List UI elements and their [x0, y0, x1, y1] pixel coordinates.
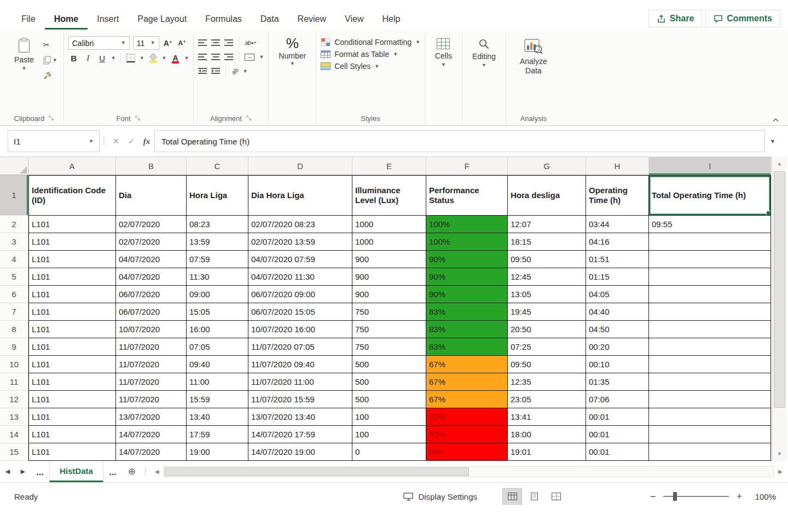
cell-D4[interactable]: 04/07/2020 07:59: [248, 251, 352, 268]
row-header-10[interactable]: 10: [0, 356, 28, 373]
cell-E5[interactable]: 900: [352, 268, 426, 286]
cell-D8[interactable]: 10/07/2020 16:00: [248, 321, 352, 338]
cell-I4[interactable]: [649, 251, 771, 268]
cell-D13[interactable]: 13/07/2020 13:40: [248, 408, 352, 426]
cell-F13[interactable]: 20%: [426, 408, 508, 426]
cell-H5[interactable]: 01:15: [586, 268, 649, 286]
cell-E9[interactable]: 750: [352, 338, 426, 356]
cell-F2[interactable]: 100%: [426, 216, 508, 233]
cell-G14[interactable]: 18:00: [508, 426, 586, 443]
normal-view-button[interactable]: [502, 488, 522, 505]
column-header-c[interactable]: C: [187, 157, 248, 175]
formula-input[interactable]: Total Operating Time (h): [154, 130, 765, 152]
cell-A13[interactable]: L101: [28, 408, 116, 426]
cell-E15[interactable]: 0: [352, 443, 426, 461]
hscroll-thumb[interactable]: [165, 467, 470, 476]
cell-E2[interactable]: 1000: [352, 216, 426, 233]
header-cell-H1[interactable]: Operating Time (h): [586, 175, 649, 216]
collapse-ribbon-icon[interactable]: [772, 118, 779, 122]
decrease-indent-button[interactable]: [198, 68, 207, 74]
increase-font-size-button[interactable]: A▲: [163, 37, 173, 49]
page-break-view-button[interactable]: [546, 488, 566, 505]
cell-E10[interactable]: 500: [352, 356, 426, 373]
cell-F6[interactable]: 90%: [426, 286, 508, 303]
cell-C10[interactable]: 09:40: [187, 356, 248, 373]
paste-button[interactable]: Paste ▼: [10, 34, 38, 74]
cell-I2[interactable]: 09:55: [649, 216, 771, 233]
tab-help[interactable]: Help: [373, 9, 409, 30]
align-middle-button[interactable]: [211, 39, 220, 46]
percent-style-button[interactable]: %: [286, 36, 299, 50]
vscroll-thumb[interactable]: [774, 171, 785, 408]
cell-E3[interactable]: 1000: [352, 233, 426, 251]
merge-center-button[interactable]: ↔: [245, 54, 254, 61]
tab-insert[interactable]: Insert: [88, 9, 128, 30]
tab-file[interactable]: File: [12, 9, 45, 30]
cell-G5[interactable]: 12:45: [508, 268, 586, 286]
cell-G8[interactable]: 20:50: [508, 321, 586, 338]
row-header-8[interactable]: 8: [0, 321, 28, 338]
cell-F15[interactable]: 0%: [426, 443, 508, 461]
cell-I8[interactable]: [649, 321, 771, 338]
sheet-overflow-right[interactable]: ...: [103, 461, 122, 482]
cell-F5[interactable]: 90%: [426, 268, 508, 286]
header-cell-D1[interactable]: Dia Hora Liga: [248, 175, 352, 216]
font-dialog-launcher-icon[interactable]: [135, 115, 141, 122]
cell-C11[interactable]: 11:00: [187, 373, 248, 391]
cell-D15[interactable]: 14/07/2020 19:00: [248, 443, 352, 461]
column-header-i[interactable]: I: [649, 157, 771, 175]
cell-I6[interactable]: [649, 286, 771, 303]
zoom-slider[interactable]: [663, 496, 729, 497]
cell-G11[interactable]: 12:35: [508, 373, 586, 391]
select-all-corner[interactable]: [0, 157, 28, 175]
cell-F14[interactable]: 20%: [426, 426, 508, 443]
cell-D9[interactable]: 11/07/2020 07:05: [248, 338, 352, 356]
increase-indent-button[interactable]: [211, 68, 220, 74]
cell-D3[interactable]: 02/07/2020 13:59: [248, 233, 352, 251]
cell-D11[interactable]: 11/07/2020 11:00: [248, 373, 352, 391]
fill-color-button[interactable]: [148, 52, 159, 64]
cell-A4[interactable]: L101: [28, 251, 116, 268]
alignment-dialog-launcher-icon[interactable]: [246, 115, 252, 122]
cell-H7[interactable]: 04:40: [586, 303, 649, 321]
tab-view[interactable]: View: [335, 9, 373, 30]
cell-A11[interactable]: L101: [28, 373, 116, 391]
cell-A3[interactable]: L101: [28, 233, 116, 251]
row-header-9[interactable]: 9: [0, 338, 28, 356]
cell-B12[interactable]: 11/07/2020: [116, 391, 187, 408]
decrease-font-size-button[interactable]: A▼: [177, 37, 188, 49]
column-header-b[interactable]: B: [116, 157, 187, 175]
column-header-h[interactable]: H: [586, 157, 649, 175]
hscroll-track[interactable]: [164, 466, 774, 477]
cells-button[interactable]: Cells ▼: [430, 34, 457, 67]
hscroll-right-arrow-icon[interactable]: ▶: [774, 469, 787, 475]
cell-A12[interactable]: L101: [28, 391, 116, 408]
cell-H3[interactable]: 04:16: [586, 233, 649, 251]
format-as-table-button[interactable]: Format as Table ▼: [321, 50, 420, 59]
zoom-slider-handle[interactable]: [673, 492, 677, 501]
cell-B4[interactable]: 04/07/2020: [116, 251, 187, 268]
cell-I5[interactable]: [649, 268, 771, 286]
cell-I11[interactable]: [649, 373, 771, 391]
align-left-button[interactable]: [198, 54, 207, 60]
row-header-1[interactable]: 1: [0, 175, 28, 216]
cell-B8[interactable]: 10/07/2020: [116, 321, 187, 338]
header-cell-E1[interactable]: Illuminance Level (Lux): [352, 175, 426, 216]
wrap-text-button[interactable]: ab↩: [245, 39, 256, 47]
cancel-button[interactable]: ✕: [108, 130, 124, 152]
cell-B2[interactable]: 02/07/2020: [116, 216, 187, 233]
header-cell-B1[interactable]: Dia: [116, 175, 187, 216]
cell-H4[interactable]: 01:51: [586, 251, 649, 268]
cell-H14[interactable]: 00:01: [586, 426, 649, 443]
vscroll-up-arrow-icon[interactable]: ▲: [772, 157, 787, 171]
row-header-3[interactable]: 3: [0, 233, 28, 251]
header-cell-G1[interactable]: Hora desliga: [508, 175, 586, 216]
cell-F8[interactable]: 83%: [426, 321, 508, 338]
cell-E4[interactable]: 900: [352, 251, 426, 268]
cell-E11[interactable]: 500: [352, 373, 426, 391]
cell-E7[interactable]: 750: [352, 303, 426, 321]
copy-button[interactable]: ▼: [42, 54, 59, 67]
column-header-f[interactable]: F: [426, 157, 508, 175]
cell-C5[interactable]: 11:30: [187, 268, 248, 286]
cell-D2[interactable]: 02/07/2020 08:23: [248, 216, 352, 233]
